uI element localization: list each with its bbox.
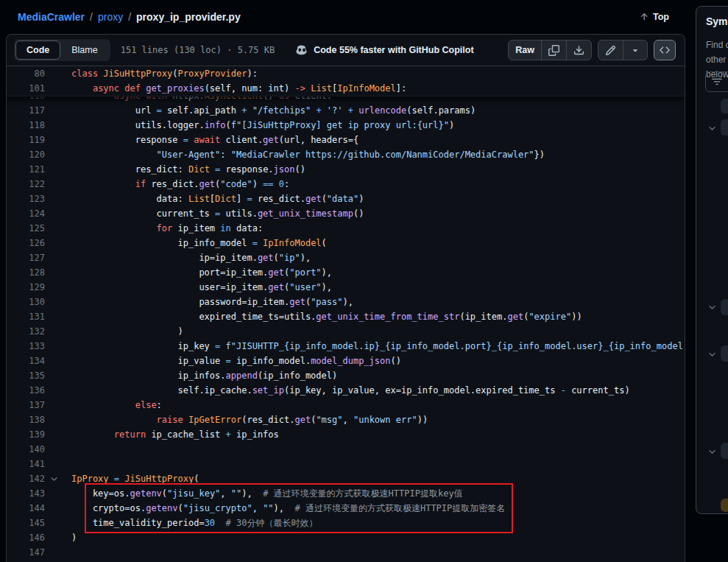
- code-line-133: 133 ip_key = f"JISUHTTP_{ip_info_model.i…: [7, 339, 685, 354]
- symbol-item-pill-highlighted[interactable]: [721, 499, 728, 512]
- line-gutter: [45, 324, 63, 339]
- arrow-up-icon: [639, 12, 649, 22]
- line-number-141[interactable]: 141: [7, 457, 45, 471]
- line-number-122[interactable]: 122: [7, 177, 45, 192]
- code-blame-switcher: Code Blame: [14, 39, 110, 61]
- line-gutter: [45, 530, 63, 545]
- code-text: crypto=os.getenv("jisu_crypto", ""), # 通…: [63, 501, 505, 516]
- line-number-138[interactable]: 138: [7, 412, 45, 427]
- line-gutter: [45, 250, 63, 265]
- tab-code[interactable]: Code: [15, 41, 60, 60]
- line-number-120[interactable]: 120: [7, 147, 45, 162]
- line-number-123[interactable]: 123: [7, 192, 45, 206]
- line-number-80[interactable]: 80: [7, 66, 45, 81]
- breadcrumb-folder-link[interactable]: proxy: [98, 11, 123, 23]
- line-number-146[interactable]: 146: [7, 530, 45, 545]
- code-text: ip_infos.append(ip_info_model): [63, 368, 337, 383]
- download-button[interactable]: [567, 41, 591, 60]
- code-text: res_dict: Dict = response.json(): [63, 162, 305, 177]
- code-text: ip_value = ip_info_model.model_dump_json…: [63, 354, 401, 368]
- line-number-144[interactable]: 144: [7, 501, 45, 516]
- breadcrumb-separator: /: [85, 11, 98, 23]
- copy-icon: [548, 45, 559, 56]
- line-number-132[interactable]: 132: [7, 324, 45, 339]
- symbol-item-pill[interactable]: [721, 299, 728, 315]
- line-number-117[interactable]: 117: [7, 103, 45, 118]
- code-line-123: 123 data: List[Dict] = res_dict.get("dat…: [7, 192, 685, 206]
- line-number-128[interactable]: 128: [7, 265, 45, 280]
- code-line-127: 127 ip=ip_item.get("ip"),: [7, 250, 685, 265]
- code-text: ip_key = f"JISUHTTP_{ip_info_model.ip}_{…: [63, 339, 685, 354]
- line-number-127[interactable]: 127: [7, 250, 45, 265]
- line-number-142[interactable]: 142: [7, 471, 45, 486]
- code-line-132: 132 ): [7, 324, 685, 339]
- file-meta-info: 151 lines (130 loc) · 5.75 KB: [121, 45, 275, 55]
- code-line-134: 134 ip_value = ip_info_model.model_dump_…: [7, 354, 685, 368]
- code-text: for ip_item in data:: [63, 221, 263, 236]
- code-line-121: 121 res_dict: Dict = response.json(): [7, 162, 685, 177]
- line-gutter: [45, 192, 63, 206]
- download-icon: [573, 45, 584, 56]
- file-header-toolbar: Code Blame 151 lines (130 loc) · 5.75 KB…: [7, 35, 685, 66]
- line-number-133[interactable]: 133: [7, 339, 45, 354]
- breadcrumb-repo-link[interactable]: MediaCrawler: [18, 11, 85, 23]
- code-text: ip=ip_item.get("ip"),: [63, 250, 311, 265]
- symbols-panel-toggle-button[interactable]: [654, 40, 676, 60]
- breadcrumb-file-name: proxy_ip_provider.py: [136, 11, 241, 23]
- line-gutter: [45, 236, 63, 250]
- back-to-top-button[interactable]: Top: [639, 12, 669, 22]
- line-number-118[interactable]: 118: [7, 118, 45, 133]
- line-number-147[interactable]: 147: [7, 545, 45, 560]
- tab-blame[interactable]: Blame: [60, 41, 108, 60]
- code-text: [63, 545, 71, 560]
- line-number-137[interactable]: 137: [7, 398, 45, 412]
- line-number-125[interactable]: 125: [7, 221, 45, 236]
- edit-button[interactable]: [598, 41, 623, 60]
- symbol-item-pill[interactable]: [721, 99, 728, 113]
- line-number-136[interactable]: 136: [7, 383, 45, 398]
- edit-dropdown-button[interactable]: [623, 41, 647, 60]
- copy-button[interactable]: [542, 41, 567, 60]
- breadcrumb: MediaCrawler / proxy / proxy_ip_provider…: [0, 0, 687, 34]
- code-line-101: 101 async def get_proxies(self, num: int…: [7, 81, 685, 96]
- line-number-124[interactable]: 124: [7, 206, 45, 221]
- line-number-126[interactable]: 126: [7, 236, 45, 250]
- sticky-context-lines: 80class JiSuHttpProxy(ProxyProvider):101…: [7, 66, 685, 96]
- symbol-item-pill[interactable]: [721, 119, 728, 136]
- line-number-119[interactable]: 119: [7, 133, 45, 147]
- code-text: port=ip_item.get("port"),: [63, 265, 332, 280]
- code-text: async def get_proxies(self, num: int) ->…: [63, 81, 406, 96]
- line-number-101[interactable]: 101: [7, 81, 45, 96]
- code-text: ip_info_model = IpInfoModel(: [63, 236, 327, 250]
- line-number-135[interactable]: 135: [7, 368, 45, 383]
- line-number-134[interactable]: 134: [7, 354, 45, 368]
- line-number-121[interactable]: 121: [7, 162, 45, 177]
- line-number-143[interactable]: 143: [7, 486, 45, 501]
- chevron-down-icon[interactable]: [707, 447, 718, 457]
- line-number-145[interactable]: 145: [7, 516, 45, 530]
- symbol-item-pill[interactable]: [721, 443, 728, 459]
- code-text: self.ip_cache.set_ip(ip_key, ip_value, e…: [63, 383, 630, 398]
- symbols-filter-button[interactable]: [705, 71, 728, 92]
- chevron-down-icon[interactable]: [707, 350, 718, 360]
- collapse-chevron-icon[interactable]: [45, 471, 63, 486]
- code-text: ): [63, 324, 183, 339]
- line-number-131[interactable]: 131: [7, 309, 45, 324]
- chevron-down-icon[interactable]: [707, 303, 718, 313]
- code-text: key=os.getenv("jisu_key", ""), # 通过环境变量的…: [63, 486, 463, 501]
- raw-button[interactable]: Raw: [509, 41, 542, 60]
- code-line-124: 124 current_ts = utils.get_unix_timestam…: [7, 206, 685, 221]
- line-number-129[interactable]: 129: [7, 280, 45, 295]
- line-gutter: [45, 545, 63, 560]
- line-number-139[interactable]: 139: [7, 427, 45, 442]
- code-text: time_validity_period=30 # 30分钟（最长时效）: [63, 516, 317, 530]
- copilot-banner[interactable]: Code 55% faster with GitHub Copilot: [295, 44, 473, 57]
- code-line-138: 138 raise IpGetError(res_dict.get("msg",…: [7, 412, 685, 427]
- chevron-down-icon[interactable]: [707, 124, 718, 134]
- raw-button-group: Raw: [508, 40, 592, 60]
- line-number-130[interactable]: 130: [7, 295, 45, 309]
- line-gutter: [45, 501, 63, 516]
- symbol-item-pill[interactable]: [721, 345, 728, 362]
- line-number-140[interactable]: 140: [7, 442, 45, 457]
- code-line-143: 143 key=os.getenv("jisu_key", ""), # 通过环…: [7, 486, 685, 501]
